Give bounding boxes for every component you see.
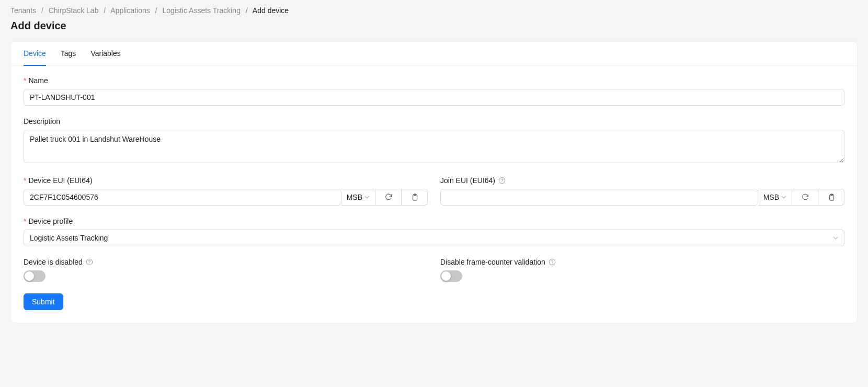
disabled-switch[interactable] [24, 270, 45, 282]
device-eui-input[interactable] [24, 189, 341, 206]
chevron-down-icon [364, 195, 370, 200]
breadcrumb-tenant[interactable]: ChirpStack Lab [49, 6, 99, 15]
breadcrumb-separator: / [246, 6, 248, 15]
join-eui-byteorder-select[interactable]: MSB [758, 189, 792, 206]
join-eui-input[interactable] [440, 189, 758, 206]
device-eui-group: MSB [24, 189, 428, 206]
disabled-label: Device is disabled [24, 258, 428, 266]
device-eui-byteorder-select[interactable]: MSB [341, 189, 375, 206]
name-label: *Name [24, 76, 844, 85]
device-eui-reload-button[interactable] [375, 189, 402, 206]
page-title: Add device [10, 20, 858, 32]
frame-counter-switch[interactable] [440, 270, 462, 282]
breadcrumb-separator: / [41, 6, 43, 15]
name-input[interactable] [24, 89, 844, 106]
svg-point-7 [89, 263, 89, 264]
svg-point-9 [552, 263, 552, 264]
breadcrumb-applications[interactable]: Applications [110, 6, 150, 15]
clipboard-icon [410, 193, 419, 201]
device-profile-label: *Device profile [24, 217, 844, 225]
breadcrumb-tenants[interactable]: Tenants [10, 6, 36, 15]
tab-variables[interactable]: Variables [90, 42, 120, 66]
join-eui-copy-button[interactable] [818, 189, 844, 206]
frame-counter-label: Disable frame-counter validation [440, 258, 844, 266]
tab-device[interactable]: Device [24, 42, 46, 66]
join-eui-reload-button[interactable] [792, 189, 818, 206]
breadcrumb-current: Add device [253, 6, 289, 15]
breadcrumb: Tenants / ChirpStack Lab / Applications … [10, 4, 858, 17]
form-card: Device Tags Variables *Name Description … [10, 41, 858, 323]
join-eui-label: Join EUI (EUI64) [440, 176, 844, 185]
breadcrumb-application[interactable]: Logistic Assets Tracking [163, 6, 241, 15]
help-icon[interactable] [86, 258, 93, 266]
help-icon[interactable] [549, 258, 556, 266]
svg-point-3 [501, 181, 502, 182]
chevron-down-icon [781, 195, 786, 200]
clipboard-icon [827, 193, 836, 201]
help-icon[interactable] [498, 177, 506, 184]
tabs: Device Tags Variables [11, 42, 857, 66]
description-label: Description [24, 117, 844, 126]
tab-tags[interactable]: Tags [61, 42, 76, 66]
description-input[interactable]: Pallet truck 001 in Landshut WareHouse [24, 130, 844, 163]
device-profile-select[interactable]: Logistic Assets Tracking [24, 230, 844, 246]
breadcrumb-separator: / [104, 6, 106, 15]
join-eui-group: MSB [440, 189, 844, 206]
submit-button[interactable]: Submit [24, 293, 63, 310]
device-eui-label: *Device EUI (EUI64) [24, 176, 428, 185]
reload-icon [801, 193, 809, 201]
chevron-down-icon [833, 235, 838, 241]
reload-icon [384, 193, 393, 201]
breadcrumb-separator: / [155, 6, 157, 15]
device-profile-value: Logistic Assets Tracking [30, 232, 108, 244]
device-eui-copy-button[interactable] [402, 189, 428, 206]
